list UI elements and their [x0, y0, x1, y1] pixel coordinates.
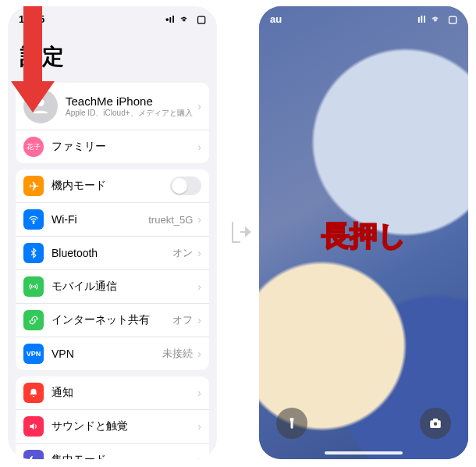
wifi-row[interactable]: Wi-Fi truekt_5G ›	[16, 202, 209, 236]
hotspot-row[interactable]: インターネット共有 オフ ›	[16, 303, 209, 337]
chevron-right-icon: ›	[197, 280, 201, 293]
home-indicator[interactable]	[325, 451, 403, 455]
svg-point-5	[434, 422, 438, 426]
status-indicators: •ıl ᯤ ▢	[162, 13, 206, 25]
wifi-icon: ᯤ	[432, 13, 442, 25]
chevron-right-icon: ›	[197, 454, 201, 459]
speaker-icon	[23, 416, 44, 437]
account-sub: Apple ID、iCloud+、メディアと購入	[66, 108, 197, 119]
svg-point-2	[33, 286, 34, 287]
cellular-row[interactable]: モバイル通信 ›	[16, 269, 209, 303]
bluetooth-row[interactable]: Bluetooth オン ›	[16, 236, 209, 269]
network-group: ✈ 機内モード Wi-Fi truekt_5G › Bluetooth オン ›…	[16, 169, 209, 370]
chevron-right-icon: ›	[197, 100, 201, 112]
system-group: 通知 › サウンドと触覚 › 集中モード › スクリーンタイム ›	[16, 376, 209, 459]
bluetooth-icon	[23, 243, 44, 263]
account-name: TeachMe iPhone	[66, 94, 197, 108]
chevron-right-icon: ›	[197, 247, 201, 259]
signal-icon: ıll	[417, 13, 426, 25]
focus-row[interactable]: 集中モード ›	[16, 443, 209, 459]
svg-point-1	[33, 223, 34, 223]
moon-icon	[23, 450, 44, 459]
family-label: ファミリー	[52, 140, 197, 154]
signal-icon: •ıl	[165, 13, 175, 25]
camera-button[interactable]	[420, 408, 451, 439]
wifi-icon: ᯤ	[180, 13, 190, 25]
chevron-right-icon: ›	[197, 348, 201, 360]
airplane-icon: ✈	[23, 176, 44, 196]
swipe-down-arrow-overlay	[16, 6, 50, 116]
chevron-right-icon: ›	[197, 213, 201, 226]
chevron-right-icon: ›	[197, 420, 201, 433]
instruction-overlay: 長押し	[259, 217, 468, 255]
bell-icon	[23, 383, 44, 403]
vpn-row[interactable]: VPN VPN 未接続 ›	[16, 337, 209, 370]
battery-icon: ▢	[448, 13, 457, 25]
antenna-icon	[23, 276, 44, 297]
vpn-icon: VPN	[23, 344, 44, 364]
family-avatar: 花子	[23, 137, 44, 157]
svg-rect-6	[433, 419, 438, 421]
airplane-row[interactable]: ✈ 機内モード	[16, 169, 209, 202]
chevron-right-icon: ›	[197, 141, 201, 153]
chevron-right-icon: ›	[197, 387, 201, 399]
notifications-row[interactable]: 通知 ›	[16, 376, 209, 409]
airplane-toggle[interactable]	[170, 176, 201, 195]
transition-arrow-icon	[229, 219, 253, 245]
status-indicators: ıll ᯤ ▢	[414, 13, 457, 25]
flashlight-button[interactable]	[276, 408, 307, 439]
battery-icon: ▢	[197, 13, 206, 25]
wifi-icon	[23, 209, 44, 230]
lock-screen[interactable]: au ıll ᯤ ▢ 10月26日 水曜日 17:15 長押し	[259, 6, 468, 459]
link-icon	[23, 310, 44, 330]
carrier-label: au	[270, 13, 282, 25]
family-row[interactable]: 花子 ファミリー ›	[16, 130, 209, 163]
sounds-row[interactable]: サウンドと触覚 ›	[16, 409, 209, 443]
chevron-right-icon: ›	[197, 314, 201, 326]
status-bar: au ıll ᯤ ▢	[259, 6, 468, 28]
